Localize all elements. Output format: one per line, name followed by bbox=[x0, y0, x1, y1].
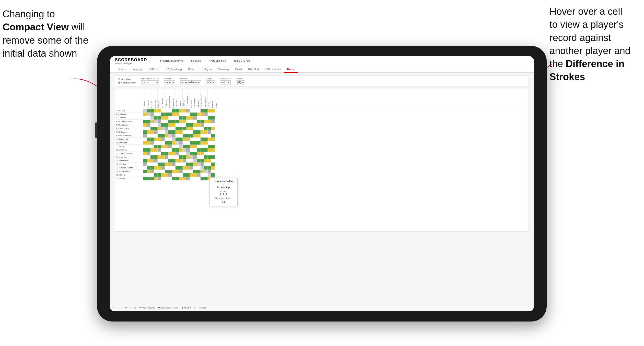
cell-19-11[interactable] bbox=[183, 177, 186, 180]
toolbar-watch[interactable]: ◉ Watch ▾ bbox=[181, 307, 191, 309]
cell-13-4[interactable] bbox=[158, 155, 161, 159]
cell-1-7[interactable] bbox=[168, 113, 172, 116]
cell-4-9[interactable] bbox=[175, 123, 179, 127]
cell-2-6[interactable] bbox=[165, 116, 168, 120]
toolbar-undo[interactable]: ↩ bbox=[113, 307, 115, 309]
cell-18-20[interactable] bbox=[215, 173, 218, 177]
cell-4-5[interactable] bbox=[161, 123, 165, 127]
cell-11-6[interactable] bbox=[165, 148, 168, 152]
max-players-select[interactable]: Top 25 bbox=[141, 80, 159, 84]
cell-18-10[interactable] bbox=[179, 173, 183, 177]
cell-15-7[interactable] bbox=[168, 163, 172, 166]
cell-0-20[interactable] bbox=[215, 109, 218, 113]
cell-1-19[interactable] bbox=[211, 113, 215, 116]
cell-9-15[interactable] bbox=[197, 141, 201, 145]
cell-2-4[interactable] bbox=[158, 116, 161, 120]
cell-19-16[interactable] bbox=[201, 177, 204, 180]
cell-10-14[interactable] bbox=[193, 145, 197, 148]
cell-16-18[interactable] bbox=[208, 166, 211, 170]
cell-6-14[interactable] bbox=[193, 130, 197, 134]
cell-6-6[interactable] bbox=[165, 130, 168, 134]
cell-15-12[interactable] bbox=[186, 163, 190, 166]
cell-11-1[interactable] bbox=[147, 148, 150, 152]
cell-5-10[interactable] bbox=[179, 127, 183, 130]
cell-12-17[interactable] bbox=[204, 152, 208, 155]
cell-8-6[interactable] bbox=[165, 138, 168, 141]
cell-16-11[interactable] bbox=[183, 166, 186, 170]
cell-7-12[interactable] bbox=[186, 134, 190, 138]
cell-2-20[interactable] bbox=[215, 116, 218, 120]
cell-9-1[interactable] bbox=[147, 141, 150, 145]
cell-3-9[interactable] bbox=[175, 120, 179, 123]
cell-7-6[interactable] bbox=[165, 134, 168, 138]
cell-1-8[interactable] bbox=[172, 113, 175, 116]
cell-1-14[interactable] bbox=[193, 113, 197, 116]
cell-12-14[interactable] bbox=[193, 152, 197, 155]
cell-8-2[interactable] bbox=[150, 138, 154, 141]
cell-4-11[interactable] bbox=[183, 123, 186, 127]
cell-1-6[interactable] bbox=[165, 113, 168, 116]
cell-18-5[interactable] bbox=[161, 173, 165, 177]
cell-1-10[interactable] bbox=[179, 113, 183, 116]
cell-2-17[interactable] bbox=[204, 116, 208, 120]
cell-7-16[interactable] bbox=[201, 134, 204, 138]
cell-1-9[interactable] bbox=[175, 113, 179, 116]
cell-7-0[interactable] bbox=[143, 134, 147, 138]
tab-h2h-grid1[interactable]: H2H Grid bbox=[146, 66, 162, 73]
cell-7-3[interactable] bbox=[154, 134, 158, 138]
cell-0-15[interactable] bbox=[197, 109, 201, 113]
division-select[interactable]: NCAA Division I bbox=[180, 80, 201, 84]
cell-12-19[interactable] bbox=[211, 152, 215, 155]
cell-5-4[interactable] bbox=[158, 127, 161, 130]
cell-12-4[interactable] bbox=[158, 152, 161, 155]
cell-14-19[interactable] bbox=[211, 159, 215, 163]
cell-16-19[interactable] bbox=[211, 166, 215, 170]
cell-2-8[interactable] bbox=[172, 116, 175, 120]
cell-11-12[interactable] bbox=[186, 148, 190, 152]
cell-12-2[interactable] bbox=[150, 152, 154, 155]
cell-16-6[interactable] bbox=[165, 166, 168, 170]
cell-12-12[interactable] bbox=[186, 152, 190, 155]
cell-16-12[interactable] bbox=[186, 166, 190, 170]
cell-3-7[interactable] bbox=[168, 120, 172, 123]
cell-7-19[interactable] bbox=[211, 134, 215, 138]
cell-12-18[interactable] bbox=[208, 152, 211, 155]
radio-full-view[interactable]: Full View bbox=[118, 78, 136, 81]
cell-13-5[interactable] bbox=[161, 155, 165, 159]
cell-4-18[interactable] bbox=[208, 123, 211, 127]
cell-10-2[interactable] bbox=[150, 145, 154, 148]
cell-17-20[interactable] bbox=[215, 170, 218, 173]
cell-0-5[interactable] bbox=[161, 109, 165, 113]
cell-14-8[interactable] bbox=[172, 159, 175, 163]
cell-10-16[interactable] bbox=[201, 145, 204, 148]
cell-1-15[interactable] bbox=[197, 113, 201, 116]
cell-18-2[interactable] bbox=[150, 173, 154, 177]
cell-8-10[interactable] bbox=[179, 138, 183, 141]
cell-5-12[interactable] bbox=[186, 127, 190, 130]
cell-10-3[interactable] bbox=[154, 145, 158, 148]
cell-9-4[interactable] bbox=[158, 141, 161, 145]
toolbar-settings[interactable]: ⚙ bbox=[125, 307, 127, 309]
cell-3-10[interactable] bbox=[179, 120, 183, 123]
cell-17-15[interactable] bbox=[197, 170, 201, 173]
cell-0-6[interactable] bbox=[165, 109, 168, 113]
cell-12-9[interactable] bbox=[175, 152, 179, 155]
cell-0-14[interactable] bbox=[193, 109, 197, 113]
cell-0-10[interactable] bbox=[179, 109, 183, 113]
cell-11-3[interactable] bbox=[154, 148, 158, 152]
cell-13-16[interactable] bbox=[201, 155, 204, 159]
cell-16-7[interactable] bbox=[168, 166, 172, 170]
cell-12-16[interactable] bbox=[201, 152, 204, 155]
cell-4-10[interactable] bbox=[179, 123, 183, 127]
cell-14-5[interactable] bbox=[161, 159, 165, 163]
cell-5-5[interactable] bbox=[161, 127, 165, 130]
cell-16-1[interactable] bbox=[147, 166, 150, 170]
cell-11-0[interactable] bbox=[143, 148, 147, 152]
cell-15-10[interactable] bbox=[179, 163, 183, 166]
cell-5-19[interactable] bbox=[211, 127, 215, 130]
cell-9-11[interactable] bbox=[183, 141, 186, 145]
cell-18-15[interactable] bbox=[197, 173, 201, 177]
cell-8-19[interactable] bbox=[211, 138, 215, 141]
cell-2-9[interactable] bbox=[175, 116, 179, 120]
tab-h2h-heatmap1[interactable]: H2H Heatmap bbox=[162, 66, 185, 73]
